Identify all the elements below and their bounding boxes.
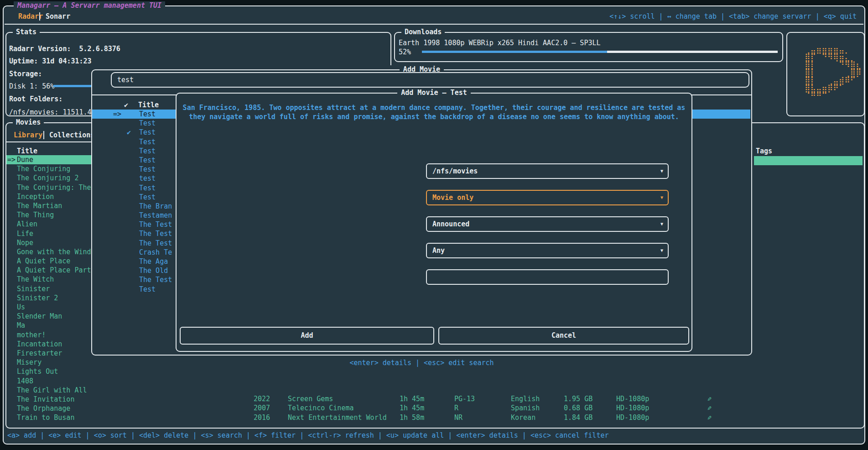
tab-library[interactable]: Library — [14, 131, 42, 140]
managarr-app: Managarr – A Servarr management TUI Rada… — [0, 0, 868, 450]
result-title: Crash Te — [139, 248, 172, 257]
result-title: Test — [139, 119, 156, 128]
logo-panel: ⢀⣤⣶⣶⣶⣶⣤⡀ ⣿⡏⠀⠙⠻⢿⣶⣄⡀ ⣿⡇⠀⠀⠀⠀⠙⠻⣿⣆ ⣿⡇⠀⠀⠀⠀⠀⢀⣿⡿… — [786, 32, 865, 116]
cell-studio: Screen Gems — [288, 395, 333, 403]
download-progress-bar — [422, 51, 778, 53]
popup-hints: <enter> details | <esc> edit search — [91, 358, 752, 367]
result-title: Test — [139, 193, 156, 202]
cell-size: 1.84 GB — [564, 413, 593, 422]
result-title: Test — [139, 110, 156, 119]
managarr-logo-icon: ⢀⣤⣶⣶⣶⣶⣤⡀ ⣿⡏⠀⠙⠻⢿⣶⣄⡀ ⣿⡇⠀⠀⠀⠀⠙⠻⣿⣆ ⣿⡇⠀⠀⠀⠀⠀⢀⣿⡿… — [805, 46, 862, 100]
quality-profile-value: Any — [432, 246, 445, 255]
cell-runtime: 1h 45m — [400, 404, 424, 412]
download-item-title: Earth 1998 1080p WEBRip x265 Hindi AAC2.… — [399, 38, 601, 47]
results-header-title: Title — [138, 100, 159, 110]
result-title: Test — [139, 285, 156, 294]
tab-sonarr[interactable]: Sonarr — [46, 12, 70, 21]
stats-uptime: Uptime: 31d 04:31:23 — [9, 57, 92, 66]
monitored-pencil-icon: ✎ — [707, 404, 712, 412]
result-title: The Test — [139, 275, 172, 284]
stats-root-folders-label: Root Folders: — [9, 94, 62, 104]
cell-studio: Telecinco Cinema — [288, 404, 354, 412]
result-title: test — [139, 174, 156, 183]
movies-title-header: Title — [17, 147, 37, 156]
result-title: The Aga — [139, 257, 168, 266]
movies-panel-title: Movies — [13, 118, 44, 126]
result-title: The Test — [139, 229, 172, 238]
stats-panel-title: Stats — [13, 28, 40, 36]
tab-collections[interactable]: Collections — [49, 131, 94, 140]
header-divider — [5, 24, 863, 25]
stats-storage-label: Storage: — [9, 69, 42, 78]
movie-overview-line1: San Francisco, 1985. Two opposites attra… — [177, 103, 691, 112]
top-hints: <↑↓> scroll | ↔ change tab | <tab> chang… — [609, 12, 857, 21]
movie-overview-line2: they navigate a world full of risks and … — [177, 112, 691, 121]
cancel-button[interactable]: Cancel — [438, 327, 689, 345]
cell-language: Spanish — [511, 404, 540, 412]
selection-arrow: => — [7, 155, 16, 164]
cell-language: Korean — [511, 413, 535, 422]
app-title: Managarr – A Servarr management TUI — [14, 1, 165, 10]
movies-tags-header: Tags — [756, 147, 772, 156]
cell-year: 2007 — [254, 404, 270, 412]
download-progress-bar-fill — [422, 51, 607, 53]
results-header-check: ✔ — [124, 100, 128, 110]
cell-certification: R — [454, 404, 458, 412]
cell-quality: HD-1080p — [616, 395, 649, 403]
movie-title: Dune — [17, 156, 33, 164]
selection-arrow: => — [113, 110, 121, 119]
tags-input[interactable] — [426, 269, 669, 285]
movie-search-input[interactable]: test — [111, 72, 749, 88]
result-title: The Bran — [139, 202, 172, 211]
cell-year: 2016 — [254, 413, 270, 422]
result-title: Test — [139, 137, 156, 147]
result-title: The Test — [139, 239, 172, 248]
chevron-down-icon: ▼ — [660, 217, 663, 231]
stats-disk-label: Disk 1: 56% — [9, 82, 54, 91]
chevron-down-icon: ▼ — [660, 244, 663, 257]
monitor-value: Movie only — [432, 194, 473, 202]
cell-certification: NR — [454, 413, 463, 422]
result-title: Testamen — [139, 211, 172, 220]
monitor-select[interactable]: Movie only▼ — [426, 190, 669, 205]
cell-language: English — [511, 395, 540, 403]
stats-version-number: 5.2.6.8376 — [79, 45, 120, 53]
chevron-down-icon: ▼ — [660, 164, 663, 178]
result-title: Test — [139, 156, 156, 165]
stats-version-value — [71, 45, 79, 53]
tab-separator — [39, 12, 40, 21]
stats-version: Radarr Version: 5.2.6.8376 — [9, 44, 120, 53]
minimum-availability-value: Announced — [432, 220, 469, 228]
cell-studio: Next Entertainment World — [288, 413, 387, 422]
bottom-hints: <a> add | <e> edit | <o> sort | <del> de… — [7, 431, 609, 440]
download-percent-label: 52% — [399, 47, 411, 57]
add-button[interactable]: Add — [180, 327, 434, 345]
table-row[interactable]: 2007 Telecinco Cinema 1h 45m R Spanish 0… — [6, 404, 863, 413]
result-title: Test — [139, 183, 156, 193]
chevron-down-icon: ▼ — [660, 191, 663, 204]
add-movie-modal: Add Movie – Test San Francisco, 1985. Tw… — [176, 93, 692, 352]
result-title: The Test — [139, 220, 172, 229]
cell-certification: PG-13 — [454, 395, 475, 403]
minimum-availability-select[interactable]: Announced▼ — [426, 216, 669, 232]
stats-uptime-space — [38, 57, 42, 65]
table-row[interactable]: 2016 Next Entertainment World 1h 58m NR … — [6, 413, 863, 423]
cell-size: 0.68 GB — [564, 404, 593, 412]
cell-runtime: 1h 45m — [400, 395, 424, 403]
result-title: Test — [139, 128, 156, 137]
monitored-pencil-icon: ✎ — [707, 395, 712, 403]
selected-row-tags-highlight — [754, 156, 863, 165]
quality-profile-select[interactable]: Any▼ — [426, 243, 669, 258]
downloads-panel-title: Downloads — [401, 28, 445, 36]
root-folder-select[interactable]: /nfs/movies▼ — [426, 163, 669, 179]
result-title: Test — [139, 147, 156, 156]
cell-runtime: 1h 58m — [400, 413, 424, 422]
monitored-pencil-icon: ✎ — [707, 413, 712, 422]
cell-year: 2022 — [254, 395, 270, 403]
cell-size: 1.95 GB — [564, 395, 593, 403]
root-folder-value: /nfs/movies — [432, 167, 478, 175]
stats-uptime-value: 31d 04:31:23 — [42, 57, 91, 65]
table-row[interactable]: 2022 Screen Gems 1h 45m PG-13 English 1.… — [6, 395, 863, 404]
cell-quality: HD-1080p — [616, 413, 649, 422]
result-title: Test — [139, 165, 156, 174]
